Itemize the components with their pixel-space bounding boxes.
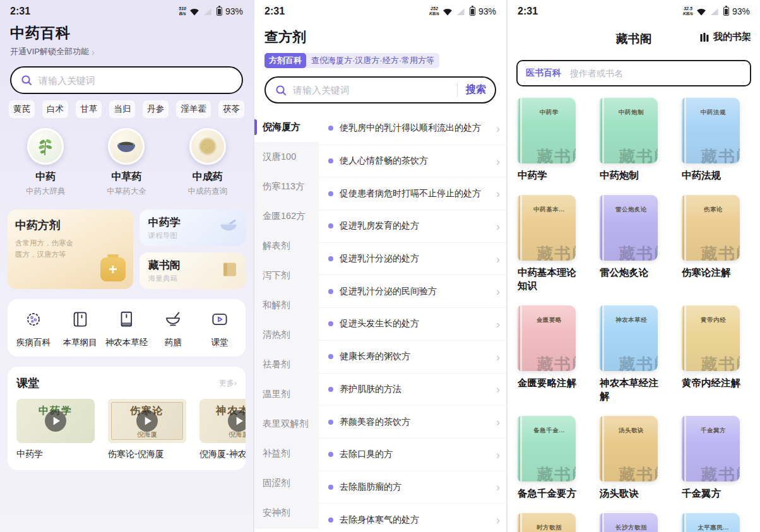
formula-row[interactable]: 去除身体寒气的处方›: [319, 504, 506, 532]
keyword-chip[interactable]: 丹参: [143, 100, 169, 118]
book-item[interactable]: 时方歌括藏书阁: [518, 513, 586, 532]
sidebar-item[interactable]: 伤寒113方: [254, 172, 319, 201]
formula-text: 使乳房中的乳汁得以顺利流出的处方: [340, 122, 490, 134]
formula-row[interactable]: 促进头发生长的处方›: [319, 308, 506, 341]
book-item[interactable]: 汤头歌诀藏书阁汤头歌诀: [600, 416, 668, 500]
formula-row[interactable]: 促进乳汁分泌的民间验方›: [319, 275, 506, 308]
page-title: 查方剂: [264, 28, 496, 47]
more-link[interactable]: 更多›: [219, 378, 237, 389]
sidebar-item[interactable]: 和解剂: [254, 290, 319, 320]
book-item[interactable]: 中药基本...藏书阁中药基本理论知识: [518, 195, 586, 293]
book-cover[interactable]: 雷公炮炙论藏书阁: [600, 195, 658, 261]
book-cover[interactable]: 中药法规藏书阁: [682, 98, 740, 163]
book-item[interactable]: 雷公炮炙论藏书阁雷公炮炙论: [600, 195, 668, 293]
sidebar-item[interactable]: 表里双解剂: [254, 409, 319, 439]
shortcut-mortar[interactable]: 药膳: [150, 310, 196, 348]
shortcut-book2[interactable]: 神农本草经: [104, 310, 150, 348]
book-cover[interactable]: 中药学藏书阁: [518, 98, 576, 163]
search-input[interactable]: [570, 68, 742, 78]
book-cover[interactable]: 神农本草经藏书阁: [600, 305, 658, 371]
book-cover[interactable]: 中药炮制藏书阁: [600, 98, 658, 163]
search-input[interactable]: [293, 85, 451, 95]
formula-row[interactable]: 促进乳汁分泌的处方›: [319, 243, 506, 276]
keyword-chip[interactable]: 白术: [42, 100, 68, 118]
formula-row[interactable]: 养护肌肤的方法›: [319, 374, 506, 406]
book-item[interactable]: 中药炮制藏书阁中药炮制: [600, 98, 668, 182]
book-item[interactable]: 备急千金...藏书阁备急千金要方: [518, 416, 586, 500]
keyword-chip[interactable]: 茯苓: [218, 100, 244, 118]
keyword-chip[interactable]: 淫羊藿: [176, 100, 211, 118]
book-cover[interactable]: 金匮要略藏书阁: [518, 305, 576, 371]
book-cover[interactable]: 时方歌括藏书阁: [518, 513, 576, 532]
sidebar-item[interactable]: 安神剂: [254, 498, 319, 528]
sidebar-item[interactable]: 汉唐100: [254, 142, 319, 172]
book-cover-title: 汤头歌诀: [607, 427, 655, 435]
search-input[interactable]: [39, 75, 233, 86]
search-bar[interactable]: [10, 66, 243, 94]
category-plant[interactable]: 中药中药大辞典: [5, 128, 86, 197]
category-bowl[interactable]: 中草药中草药大全: [86, 128, 167, 197]
video-thumbnail[interactable]: 伤寒论倪海厦: [108, 399, 186, 443]
book-item[interactable]: 金匮要略藏书阁金匮要略注解: [518, 305, 586, 403]
keyword-chip[interactable]: 甘草: [76, 100, 102, 118]
sidebar-item[interactable]: 泻下剂: [254, 261, 319, 290]
sidebar-item[interactable]: 解表剂: [254, 231, 319, 261]
book-cover[interactable]: 中药基本...藏书阁: [518, 195, 576, 261]
book-cover[interactable]: 千金翼方藏书阁: [682, 416, 740, 482]
vip-banner[interactable]: 开通VIP解锁全部功能 ›: [10, 46, 243, 57]
video-thumbnail[interactable]: 中药学: [16, 399, 95, 443]
search-bar[interactable]: 搜索: [264, 76, 496, 103]
chevron-right-icon: ›: [496, 187, 500, 199]
formula-row[interactable]: 去除脂肪瘤的方›: [319, 471, 506, 504]
search-tag[interactable]: 医书百科: [526, 68, 561, 79]
book-item[interactable]: 中药学藏书阁中药学: [518, 98, 586, 182]
book-cover[interactable]: 长沙方歌括藏书阁: [600, 513, 658, 532]
formula-row[interactable]: 促进乳房发育的处方›: [319, 210, 506, 243]
sidebar-item[interactable]: 固涩剂: [254, 468, 319, 498]
book-cover[interactable]: 黄帝内经藏书阁: [682, 305, 740, 371]
video-item[interactable]: 中药学中药学: [16, 399, 95, 460]
wifi-icon: [189, 8, 199, 16]
cover-watermark: 藏书阁: [701, 353, 740, 371]
book-cover[interactable]: 汤头歌诀藏书阁: [600, 416, 658, 482]
category-powder[interactable]: 中成药中成药查询: [167, 128, 248, 197]
book-item[interactable]: 神农本草经藏书阁神农本草经注解: [600, 305, 668, 403]
my-bookshelf-button[interactable]: 我的书架: [699, 31, 751, 43]
card-fangji[interactable]: 中药方剂 含常用方，伤寒金匮方，汉唐方等 +: [8, 210, 133, 289]
formula-row[interactable]: 使人心情舒畅的茶饮方›: [319, 145, 506, 178]
shortcut-disease[interactable]: 疾病百科: [10, 310, 57, 348]
card-zhongyaoxue[interactable]: 中药学 课程导图: [140, 210, 246, 246]
video-thumbnail[interactable]: 神农本草倪海厦: [199, 399, 246, 443]
book-cover-title: 神农本草经: [607, 316, 655, 324]
book-cover[interactable]: 伤寒论藏书阁: [682, 195, 740, 261]
book-item[interactable]: 中药法规藏书阁中药法规: [682, 98, 750, 182]
formula-row[interactable]: 使乳房中的乳汁得以顺利流出的处方›: [319, 112, 506, 145]
search-button[interactable]: 搜索: [457, 83, 486, 97]
sidebar-item[interactable]: 金匮162方: [254, 201, 319, 231]
sidebar-item[interactable]: 清热剂: [254, 320, 319, 350]
book-item[interactable]: 黄帝内经藏书阁黄帝内经注解: [682, 305, 750, 403]
video-item[interactable]: 神农本草倪海厦倪海厦-神农: [199, 399, 246, 460]
sidebar-item[interactable]: 倪海厦方: [254, 112, 319, 142]
book-item[interactable]: 太平惠民...藏书阁: [682, 513, 750, 532]
sidebar-item[interactable]: 祛暑剂: [254, 350, 319, 379]
formula-row[interactable]: 健康长寿的粥饮方›: [319, 341, 506, 374]
video-item[interactable]: 伤寒论倪海厦伤寒论-倪海厦: [108, 399, 186, 460]
formula-row[interactable]: 促使患者病危时打嗝不止停止的处方›: [319, 177, 506, 210]
book-cover[interactable]: 太平惠民...藏书阁: [682, 513, 740, 532]
shortcut-video[interactable]: 课堂: [196, 310, 243, 348]
book-item[interactable]: 伤寒论藏书阁伤寒论注解: [682, 195, 750, 293]
formula-row[interactable]: 去除口臭的方›: [319, 439, 506, 471]
sidebar-item[interactable]: 补益剂: [254, 439, 319, 468]
keyword-chip[interactable]: 当归: [109, 100, 135, 118]
book-cover[interactable]: 备急千金...藏书阁: [518, 416, 576, 482]
keyword-chip[interactable]: 黄芪: [9, 100, 35, 118]
formula-row[interactable]: 养颜美容的茶饮方›: [319, 406, 506, 439]
sidebar-item[interactable]: 温里剂: [254, 379, 319, 409]
book-item[interactable]: 千金翼方藏书阁千金翼方: [682, 416, 750, 500]
book-item[interactable]: 长沙方歌括藏书阁: [600, 513, 668, 532]
search-bar[interactable]: 医书百科: [516, 60, 751, 86]
cover-watermark: 藏书阁: [619, 146, 658, 163]
shortcut-book1[interactable]: 本草纲目: [57, 310, 104, 348]
card-cangshuge[interactable]: 藏书阁 海量典籍: [140, 252, 246, 289]
